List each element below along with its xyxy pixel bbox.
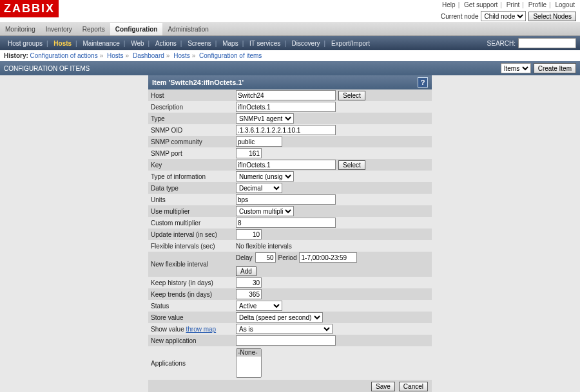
link-print[interactable]: Print <box>505 1 521 8</box>
form-row-applications: Applications-None- <box>148 346 432 380</box>
input-update_interval[interactable] <box>236 229 262 239</box>
logo: ZABBIX <box>0 0 59 17</box>
history-link[interactable]: Dashboard <box>133 52 164 59</box>
label-update_interval: Update interval (in sec) <box>151 231 236 238</box>
save-button[interactable]: Save <box>371 382 395 391</box>
create-item-button[interactable]: Create Item <box>534 63 576 73</box>
form-row-new_application: New application <box>148 335 432 346</box>
label-snmp_community: SNMP community <box>151 138 236 145</box>
show-value-link[interactable]: throw map <box>186 326 216 333</box>
input-snmp_port[interactable] <box>236 148 262 158</box>
history-link[interactable]: Hosts <box>173 52 190 59</box>
input-description[interactable] <box>236 102 336 112</box>
select-store_value[interactable]: Delta (speed per second) <box>236 312 323 322</box>
form-row-flex_intervals: Flexible intervals (sec)No flexible inte… <box>148 240 432 252</box>
select-use_multiplier[interactable]: Custom multiplier <box>236 206 294 216</box>
subnav-it-services[interactable]: IT services <box>246 40 284 47</box>
form-row-new_flex: New flexible intervalDelayPeriodAdd <box>148 252 432 277</box>
history-link[interactable]: Configuration of actions <box>30 52 98 59</box>
form-row-snmp_port: SNMP port <box>148 147 432 159</box>
form-row-units: Units <box>148 194 432 205</box>
form-row-type_info: Type of informationNumeric (unsigned) <box>148 171 432 182</box>
input-host[interactable] <box>236 90 336 100</box>
nav-monitoring[interactable]: Monitoring <box>0 23 41 35</box>
link-profile[interactable]: Profile <box>527 1 548 8</box>
input-keep_history[interactable] <box>236 277 262 288</box>
link-get-support[interactable]: Get support <box>463 1 499 8</box>
label-type_info: Type of information <box>151 173 236 180</box>
form-row-use_multiplier: Use multiplierCustom multiplier <box>148 205 432 217</box>
label-applications: Applications <box>151 360 236 367</box>
nav-administration[interactable]: Administration <box>162 23 213 35</box>
search-input[interactable] <box>518 38 576 48</box>
form-row-description: Description <box>148 101 432 113</box>
form-row-type: TypeSNMPv1 agent <box>148 113 432 124</box>
history-link[interactable]: Configuration of items <box>199 52 262 59</box>
select-data_type[interactable]: Decimal <box>236 183 282 193</box>
select-show_value[interactable]: As is <box>236 324 333 334</box>
label-keep_trends: Keep trends (in days) <box>151 291 236 298</box>
subnav-export-import[interactable]: Export/Import <box>327 40 374 47</box>
form-row-key: KeySelect <box>148 159 432 171</box>
input-key[interactable] <box>236 160 336 170</box>
subnav-discovery[interactable]: Discovery <box>288 40 324 47</box>
subnav-host-groups[interactable]: Host groups <box>4 40 46 47</box>
subnav-screens[interactable]: Screens <box>184 40 215 47</box>
input-units[interactable] <box>236 194 336 205</box>
select-nodes-button[interactable]: Select Nodes <box>528 12 575 21</box>
label-status: Status <box>151 303 236 310</box>
form-row-custom_multiplier: Custom multiplier <box>148 217 432 229</box>
subnav-actions[interactable]: Actions <box>151 40 180 47</box>
label-keep_history: Keep history (in days) <box>151 279 236 286</box>
search-label: SEARCH: <box>487 40 516 47</box>
select-status[interactable]: Active <box>236 301 282 311</box>
link-logout[interactable]: Logout <box>554 1 576 8</box>
input-new_application[interactable] <box>236 335 336 346</box>
input-keep_trends[interactable] <box>236 289 262 299</box>
current-node-select[interactable]: Child node <box>481 11 526 21</box>
applications-list[interactable]: -None- <box>236 348 262 378</box>
input-new_flex[interactable] <box>299 252 357 263</box>
label-description: Description <box>151 104 236 111</box>
label-key: Key <box>151 162 236 169</box>
subnav-maps[interactable]: Maps <box>218 40 242 47</box>
subnav-hosts[interactable]: Hosts <box>50 40 75 47</box>
flex-period-label: Period <box>278 254 297 261</box>
form-row-update_interval: Update interval (in sec) <box>148 229 432 240</box>
form-row-show_value: Show value throw mapAs is <box>148 323 432 335</box>
nav-configuration[interactable]: Configuration <box>110 23 163 35</box>
nav-reports[interactable]: Reports <box>77 23 110 35</box>
form-row-keep_trends: Keep trends (in days) <box>148 288 432 300</box>
label-new_flex: New flexible interval <box>151 261 236 268</box>
history-link[interactable]: Hosts <box>107 52 124 59</box>
form-row-data_type: Data typeDecimal <box>148 182 432 194</box>
label-host: Host <box>151 92 236 99</box>
subnav-web[interactable]: Web <box>127 40 148 47</box>
label-show_value: Show value throw map <box>151 326 236 333</box>
section-select[interactable]: Items <box>501 63 531 73</box>
subnav-maintenance[interactable]: Maintenance <box>79 40 124 47</box>
form-row-host: HostSelect <box>148 89 432 101</box>
current-node-label: Current node <box>441 13 478 20</box>
form-header: Item 'Switch24:ifInOctets.1' ? <box>148 75 432 89</box>
input-snmp_community[interactable] <box>236 136 282 147</box>
link-help[interactable]: Help <box>441 1 457 8</box>
nav-inventory[interactable]: Inventory <box>41 23 77 35</box>
button-key-select[interactable]: Select <box>338 160 365 170</box>
label-use_multiplier: Use multiplier <box>151 208 236 215</box>
select-type_info[interactable]: Numeric (unsigned) <box>236 171 294 182</box>
cancel-button[interactable]: Cancel <box>399 382 428 391</box>
label-custom_multiplier: Custom multiplier <box>151 219 236 227</box>
section-header: CONFIGURATION OF ITEMS Items Create Item <box>0 61 580 75</box>
button-host-select[interactable]: Select <box>338 91 365 100</box>
input-new_flex[interactable] <box>255 252 276 263</box>
label-type: Type <box>151 115 236 122</box>
button-new_flex-add[interactable]: Add <box>236 266 256 276</box>
input-snmp_oid[interactable] <box>236 125 336 135</box>
section-title: CONFIGURATION OF ITEMS <box>4 65 90 72</box>
sub-nav: Host groups| Hosts| Maintenance| Web| Ac… <box>0 36 580 50</box>
help-icon[interactable]: ? <box>418 77 428 88</box>
select-type[interactable]: SNMPv1 agent <box>236 113 294 124</box>
static-flex_intervals: No flexible intervals <box>236 243 292 250</box>
input-custom_multiplier[interactable] <box>236 218 336 228</box>
